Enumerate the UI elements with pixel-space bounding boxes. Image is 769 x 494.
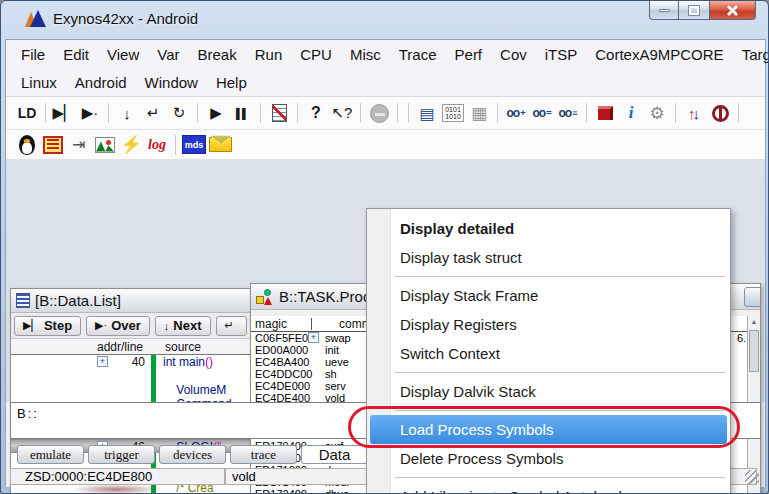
menu-cpu[interactable]: CPU xyxy=(291,46,341,63)
menu-separator xyxy=(367,368,730,377)
task-maximize-button[interactable] xyxy=(744,287,761,307)
red-cube-icon xyxy=(598,106,613,120)
titlebar[interactable]: Exynos42xx - Android xyxy=(1,1,768,39)
resize-grip[interactable] xyxy=(745,470,759,484)
menu-var[interactable]: Var xyxy=(148,46,188,63)
emulate-button[interactable]: emulate xyxy=(17,445,84,464)
menu-perf[interactable]: Perf xyxy=(446,46,492,63)
menu-item-switch-context[interactable]: Switch Context xyxy=(367,339,730,368)
binary-dump-icon: 01011010 xyxy=(442,104,464,122)
picture-icon[interactable] xyxy=(93,133,117,157)
trace-button[interactable]: trace xyxy=(230,445,297,464)
minimize-icon xyxy=(659,9,670,12)
menu-edit[interactable]: Edit xyxy=(54,46,98,63)
menu-target[interactable]: Target xyxy=(733,46,769,63)
menu-item-display-stack-frame[interactable]: Display Stack Frame xyxy=(367,281,730,310)
window-title: Exynos42xx - Android xyxy=(53,10,198,27)
maximize-button[interactable] xyxy=(679,1,709,20)
step-button[interactable]: ▶▏Step xyxy=(14,316,81,336)
peripherals-icon[interactable] xyxy=(593,101,617,125)
ansi-terminal-icon xyxy=(43,136,63,154)
linux-tux-icon[interactable] xyxy=(15,133,39,157)
row-extra-value: 6. xyxy=(737,332,746,344)
menu-linux[interactable]: Linux xyxy=(12,74,66,91)
menu-item-display-dalvik-stack[interactable]: Display Dalvik Stack xyxy=(367,377,730,406)
stop-sign-icon xyxy=(370,104,389,123)
menu-itsp[interactable]: iTSP xyxy=(536,46,587,63)
menu-cov[interactable]: Cov xyxy=(491,46,536,63)
status-address: ZSD:0000:EC4DE800 xyxy=(10,468,225,485)
mail-icon[interactable] xyxy=(208,133,232,157)
edit-nop-icon[interactable] xyxy=(267,101,291,125)
datalist-titlebar[interactable]: [B::Data.List] xyxy=(11,289,261,313)
menu-file[interactable]: File xyxy=(12,46,54,63)
source-row[interactable]: + 40 int main() xyxy=(11,355,261,369)
mountain-picture-icon xyxy=(95,137,115,153)
toolbar-secondary: ⇥ ⚡ log mds xyxy=(6,130,765,160)
scroll-up-icon[interactable]: ▲ xyxy=(748,316,760,328)
system-info-icon[interactable]: i xyxy=(619,101,643,125)
list-icon xyxy=(16,293,30,308)
list-window-icon[interactable]: ▤ xyxy=(415,101,439,125)
source-row[interactable] xyxy=(11,369,261,383)
terminal-icon[interactable] xyxy=(41,133,65,157)
toolbar-main: LD ▶▏ ▶· ↓ ↵ ↻ ▶ ▌▌ ? ↖? ▤ 01011010 ▦ xyxy=(6,97,765,130)
power-down-icon[interactable] xyxy=(708,101,732,125)
minimize-button[interactable] xyxy=(649,1,679,20)
chip-icon[interactable]: ▦ xyxy=(467,101,491,125)
view-equal-icon[interactable]: oo= xyxy=(530,101,554,125)
step-over-icon[interactable]: ▶· xyxy=(78,101,102,125)
menu-item-add-libraries-autoloader[interactable]: Add Libraries to Symbol Autoloader xyxy=(367,482,730,494)
menu-item-display-registers[interactable]: Display Registers xyxy=(367,310,730,339)
menu-break[interactable]: Break xyxy=(189,46,246,63)
sync-icon[interactable]: ↑↓ xyxy=(682,101,706,125)
dump-window-icon[interactable]: 01011010 xyxy=(441,101,465,125)
step-next-icon[interactable]: ↓ xyxy=(115,101,139,125)
source-row[interactable]: VolumeM xyxy=(11,383,261,397)
stop-icon[interactable] xyxy=(367,101,391,125)
load-button[interactable]: LD xyxy=(15,101,39,125)
menubar-row2: Linux Android Window Help xyxy=(6,68,765,97)
view-add-icon[interactable]: oo+ xyxy=(504,101,528,125)
step-target-icon[interactable]: ⇥ xyxy=(67,133,91,157)
return-icon[interactable]: ↵ xyxy=(141,101,165,125)
menubar-row1: File Edit View Var Break Run CPU Misc Tr… xyxy=(6,40,765,68)
over-button[interactable]: ▶·Over xyxy=(86,316,150,336)
menu-misc[interactable]: Misc xyxy=(341,46,390,63)
close-button[interactable] xyxy=(709,1,756,20)
mds-icon[interactable]: mds xyxy=(182,133,206,157)
menu-separator xyxy=(367,272,730,281)
menu-trace[interactable]: Trace xyxy=(390,46,446,63)
break-icon[interactable]: ▌▌ xyxy=(230,101,254,125)
go-return-icon[interactable]: ↻ xyxy=(167,101,191,125)
menu-window[interactable]: Window xyxy=(136,74,207,91)
datalist-title: [B::Data.List] xyxy=(35,292,121,309)
flash-icon[interactable]: ⚡ xyxy=(119,133,143,157)
menu-item-delete-process-symbols[interactable]: Delete Process Symbols xyxy=(367,444,730,473)
return-button[interactable]: ↵ xyxy=(216,316,247,336)
menu-help[interactable]: Help xyxy=(207,74,256,91)
menu-run[interactable]: Run xyxy=(246,46,292,63)
maximize-icon xyxy=(689,6,699,15)
help-icon[interactable]: ? xyxy=(304,101,328,125)
scrollbar-thumb[interactable] xyxy=(749,330,759,372)
data-button[interactable]: Data xyxy=(301,445,368,464)
trigger-button[interactable]: trigger xyxy=(88,445,155,464)
menu-item-display-task-struct[interactable]: Display task struct xyxy=(367,243,730,272)
settings-wrench-icon[interactable]: ⚙ xyxy=(645,101,669,125)
menu-android[interactable]: Android xyxy=(66,74,136,91)
log-icon[interactable]: log xyxy=(145,133,169,157)
step-icon[interactable]: ▶▏ xyxy=(52,101,76,125)
view-list-icon[interactable]: oo≡ xyxy=(556,101,580,125)
datalist-toolbar: ▶▏Step ▶·Over ↓Next ↵ xyxy=(11,313,261,339)
expand-box[interactable]: + xyxy=(308,332,319,343)
frame-smudge xyxy=(71,484,161,493)
down-arrow-icon: ↓ xyxy=(164,320,170,332)
menu-cortexa9mpcore[interactable]: CortexA9MPCORE xyxy=(586,46,732,63)
go-icon[interactable]: ▶ xyxy=(204,101,228,125)
next-button[interactable]: ↓Next xyxy=(155,316,211,336)
context-help-icon[interactable]: ↖? xyxy=(330,101,354,125)
menu-view[interactable]: View xyxy=(98,46,148,63)
menu-item-display-detailed[interactable]: Display detailed xyxy=(367,214,730,243)
devices-button[interactable]: devices xyxy=(159,445,226,464)
